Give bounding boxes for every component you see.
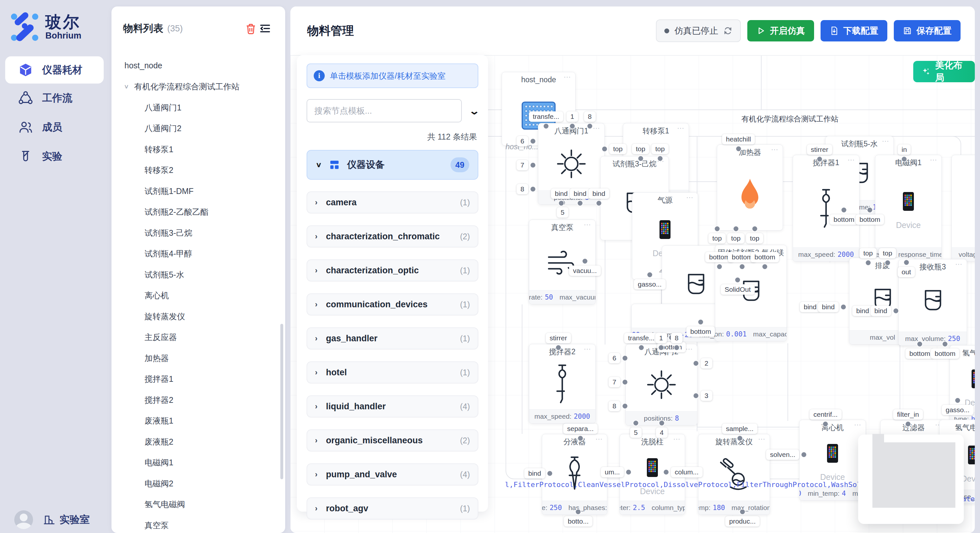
tree-item[interactable]: 主反应器 [111,327,285,348]
port-pill[interactable]: bind [870,306,891,316]
save-config-button[interactable]: 保存配置 [894,20,961,41]
port-pill[interactable]: 2 [701,358,712,368]
tree-item[interactable]: 电磁阀2 [111,473,285,494]
node-menu-icon[interactable]: ⋯ [593,124,600,132]
port-pill[interactable]: bind [852,306,873,316]
port-pill[interactable]: transfe... [624,333,659,343]
port-pill[interactable]: bottom [686,327,715,337]
port-pill[interactable]: stirrer [807,144,832,155]
tree-item[interactable]: 加热器 [111,348,285,369]
category-row[interactable]: › characterization_optic (1) [307,259,478,281]
node-menu-icon[interactable]: ⋯ [584,220,592,229]
node-menu-icon[interactable]: ⋯ [930,156,937,164]
canvas-node-card[interactable]: voltage:12 [951,155,975,262]
search-input[interactable] [307,99,462,122]
port-pill[interactable]: centrif... [810,409,842,420]
category-row[interactable]: › robot_agv (1) [307,497,478,519]
port-pill[interactable]: top [859,248,877,259]
node-menu-icon[interactable]: ⋯ [686,345,693,353]
category-row[interactable]: › hotel (1) [307,362,478,383]
port-pill[interactable]: bottom [830,214,858,225]
node-menu-icon[interactable]: ⋯ [673,435,681,443]
port-pill[interactable]: 6 [517,136,528,146]
port-pill[interactable]: bind [524,468,545,479]
port-pill[interactable]: bind [589,189,609,199]
refresh-icon[interactable] [723,26,732,35]
node-menu-icon[interactable]: ⋯ [771,145,779,154]
avatar[interactable] [14,510,33,529]
port-pill[interactable]: top [651,144,668,154]
node-menu-icon[interactable]: ⋯ [955,260,963,268]
tree-item[interactable]: 真空泵 [111,515,285,533]
category-row[interactable]: › liquid_handler (4) [307,395,478,417]
node-menu-icon[interactable]: ⋯ [686,194,694,202]
port-pill[interactable]: filter_in [893,409,923,420]
port-pill[interactable]: colum... [671,467,703,477]
port-pill[interactable]: 8 [517,184,528,194]
tree-item[interactable]: 试剂瓶5-水 [111,264,285,285]
port-pill[interactable]: sample... [722,424,757,434]
canvas-node-旋转蒸发仪[interactable]: 旋转蒸发仪⋯temp:180max_rotation_ [698,434,770,515]
port-pill[interactable]: um... [601,467,624,477]
tree-item[interactable]: 试剂瓶3-己烷 [111,222,285,244]
tree-item[interactable]: 试剂瓶4-甲醇 [111,244,285,265]
tree-item[interactable]: 旋转蒸发仪 [111,306,285,327]
tree-item[interactable]: 八通阀门2 [111,118,285,139]
port-pill[interactable]: botto... [564,516,592,527]
canvas-node-搅拌器2[interactable]: 搅拌器2⋯max_speed:2000 [529,344,596,424]
node-menu-icon[interactable]: ⋯ [882,137,889,145]
node-menu-icon[interactable]: ⋯ [563,73,571,81]
port-pill[interactable]: top [746,233,763,244]
port-pill[interactable]: 7 [517,160,528,170]
port-pill[interactable]: 5 [557,207,568,217]
start-simulation-button[interactable]: 开启仿真 [747,20,814,41]
port-pill[interactable]: bind [800,302,821,312]
port-pill[interactable]: heatchill [722,134,755,144]
port-pill[interactable]: 4 [656,427,668,438]
sidebar-item-instruments[interactable]: 仪器耗材 [5,56,104,84]
node-menu-icon[interactable]: ⋯ [758,435,766,443]
tree-item[interactable]: 搅拌器1 [111,369,285,390]
canvas-node-电磁阀1[interactable]: 电磁阀1⋯Devicevoltage:12response_time:0.1 [875,155,942,262]
minimap[interactable] [858,435,964,524]
node-menu-icon[interactable]: ⋯ [848,156,855,164]
lab-switcher[interactable]: 实验室 [43,513,90,527]
port-pill[interactable]: bottom [931,348,959,359]
port-pill[interactable]: out [898,267,915,277]
port-pill[interactable]: top [879,248,896,259]
port-pill[interactable]: gasso... [634,279,666,289]
category-row[interactable]: › camera (1) [307,191,478,213]
port-pill[interactable]: 6 [609,353,620,363]
sidebar-item-workflow[interactable]: 工作流 [0,84,109,113]
download-config-button[interactable]: 下载配置 [821,20,887,41]
canvas-node-八通阀门2[interactable]: 八通阀门2⋯positions:8 [625,344,697,425]
collapse-panel-button[interactable] [258,21,272,36]
canvas-node-加热器[interactable]: 加热器⋯ [717,144,783,230]
port-pill[interactable]: in [898,144,911,155]
tree-item[interactable]: 氢气电磁阀 [111,494,285,515]
port-pill[interactable]: stirrer [546,333,571,343]
port-pill[interactable]: top [708,233,725,244]
port-pill[interactable]: transfe... [529,111,563,122]
port-pill[interactable]: SolidOut [721,284,755,295]
tree-item[interactable]: 试剂瓶1-DMF [111,181,285,202]
port-pill[interactable]: vacuu... [569,265,601,276]
port-pill[interactable]: bottom [905,348,934,359]
port-pill[interactable]: 5 [630,427,642,438]
tree-item[interactable]: 电磁阀1 [111,452,285,473]
sidebar-item-members[interactable]: 成员 [0,113,109,142]
tree-item[interactable]: 离心机 [111,285,285,306]
tree-item[interactable]: 废液瓶1 [111,411,285,431]
node-menu-icon[interactable]: ⋯ [584,345,592,353]
tree-item[interactable]: 转移泵2 [111,160,285,181]
canvas-node-搅拌器1[interactable]: 搅拌器1⋯max_speed:2000 [793,155,859,262]
sidebar-item-experiments[interactable]: 实验 [0,142,109,171]
port-pill[interactable]: solven... [766,449,799,460]
category-row[interactable]: › characterization_chromatic (2) [307,225,478,247]
port-pill[interactable]: 3 [701,390,712,401]
category-row[interactable]: › organic_miscellaneous (2) [307,429,478,451]
tree-item[interactable]: 八通阀门1 [111,97,285,118]
node-menu-icon[interactable]: ⋯ [677,124,685,132]
tree-item[interactable]: 废液瓶2 [111,431,285,452]
port-pill[interactable]: 8 [584,111,596,122]
